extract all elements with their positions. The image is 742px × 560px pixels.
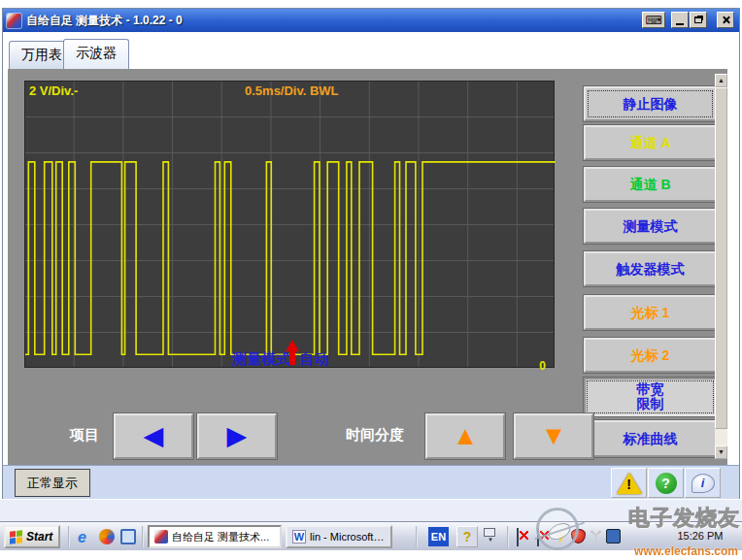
start-button[interactable]: Start [4,525,60,548]
client-area: 2 V/Div.- 0.5ms/Div. BWL 测量模式: 自动 0 静止图像… [8,69,727,465]
desktop [0,500,742,521]
help-icon: ? [656,473,677,494]
taskbar-clock[interactable]: 15:26 PM [666,530,734,542]
close-icon [722,16,730,24]
cursor-2-button[interactable]: 光标 2 [584,338,717,373]
start-label: Start [26,530,52,544]
app-window: 自给自足 测量技术 - 1.0.22 - 0 ⌨ 万用表 示波器 2 V/Div… [2,8,740,499]
down-arrow-icon: ▼ [541,423,567,449]
tab-oscilloscope[interactable]: 示波器 [63,39,129,69]
word-icon: W [292,530,306,544]
taskbar-separator [416,526,418,547]
display-mode-button[interactable]: 正常显示 [15,469,90,497]
taskbar-separator [68,526,70,547]
taskbar: Start e 自给自足 测量技术... W lin - Microsoft W… [0,521,742,550]
measure-app-icon [154,530,168,544]
right-arrow-icon: ▶ [227,423,248,449]
display-tray-icon[interactable] [606,529,621,544]
network-offline-icon[interactable] [517,528,519,546]
channel-b-button[interactable]: 通道 B [584,167,717,202]
info-button[interactable]: i [685,468,721,498]
security-shield-icon[interactable] [571,529,586,544]
wireless-icon[interactable] [589,529,603,544]
taskbar-separator [142,526,144,547]
timebase-down-button[interactable]: ▼ [514,413,593,459]
up-arrow-icon: ▲ [453,423,479,449]
question-tray-icon[interactable]: ? [456,526,478,547]
oscilloscope-display: 2 V/Div.- 0.5ms/Div. BWL 测量模式: 自动 0 [24,81,555,368]
channel-a-button[interactable]: 通道 A [584,125,717,160]
measure-mode-label: 测量模式: 自动 [232,350,328,369]
close-button[interactable] [717,12,734,28]
statusbar: 正常显示 ! ? i [3,465,739,499]
scrollbar-down-icon[interactable]: ▼ [715,445,727,459]
standard-curve-button[interactable]: 标准曲线 [584,420,717,457]
timebase-up-button[interactable]: ▲ [425,413,505,459]
taskbar-separator [507,526,509,547]
scrollbar-up-icon[interactable]: ▲ [715,74,727,87]
window-title: 自给自足 测量技术 - 1.0.22 - 0 [26,13,183,29]
network-offline-icon-2[interactable] [537,528,539,546]
titlebar[interactable]: 自给自足 测量技术 - 1.0.22 - 0 ⌨ [3,9,739,32]
language-indicator[interactable]: EN [428,527,449,546]
freeze-image-button[interactable]: 静止图像 [584,86,717,121]
windows-flag-icon [10,530,22,544]
media-player-icon[interactable] [99,529,115,544]
waveform [25,82,556,369]
tabstrip: 万用表 示波器 [3,32,739,69]
measure-mode-button[interactable]: 测量模式 [584,209,717,244]
vertical-scrollbar[interactable]: ▲ ▼ [715,74,727,459]
item-next-button[interactable]: ▶ [197,413,277,459]
bandwidth-limit-button[interactable]: 带宽 限制 [584,378,717,416]
info-icon: i [691,474,715,493]
scrollbar-thumb[interactable] [715,87,727,429]
item-label: 项目 [70,426,99,445]
show-desktop-icon[interactable] [120,529,136,544]
warning-button[interactable]: ! [611,468,647,498]
ground-marker: 0 [539,359,546,373]
cursor-1-button[interactable]: 光标 1 [584,295,717,330]
internet-explorer-icon[interactable]: e [78,529,93,544]
volts-per-div-label: 2 V/Div.- [29,83,78,98]
task-word[interactable]: W lin - Microsoft Word [286,525,392,548]
minimize-button[interactable] [671,12,689,28]
keyboard-button[interactable]: ⌨ [642,12,665,28]
restore-icon [694,16,702,23]
keyboard-icon: ⌨ [645,14,661,27]
window-tray-icon[interactable]: ▾ [484,528,497,544]
timebase-label: 时间分度 [346,426,404,445]
time-per-div-label: 0.5ms/Div. BWL [245,83,339,98]
left-arrow-icon: ◀ [144,423,164,449]
app-icon [7,14,21,28]
restore-button[interactable] [690,12,707,28]
task-measure-app[interactable]: 自给自足 测量技术... [148,525,282,548]
warning-icon: ! [617,473,642,494]
minimize-icon [676,23,684,25]
help-button[interactable]: ? [648,468,684,498]
item-prev-button[interactable]: ◀ [114,413,193,459]
trigger-arrow-icon [285,336,300,367]
power-icon[interactable] [554,529,568,544]
trigger-mode-button[interactable]: 触发器模式 [584,251,717,286]
